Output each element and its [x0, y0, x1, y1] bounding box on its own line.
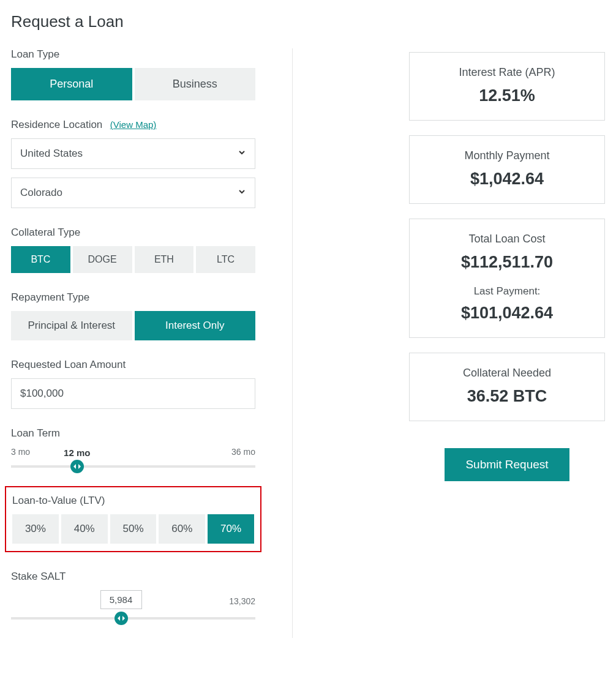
collateral-type-label: Collateral Type: [11, 227, 255, 239]
ltv-highlight-box: Loan-to-Value (LTV) 30% 40% 50% 60% 70%: [5, 486, 261, 552]
submit-request-button[interactable]: Submit Request: [445, 448, 569, 481]
stake-input[interactable]: [100, 590, 142, 609]
state-select[interactable]: Colorado: [11, 178, 255, 208]
interest-rate-card: Interest Rate (APR) 12.51%: [409, 52, 605, 121]
repayment-pi[interactable]: Principal & Interest: [11, 311, 132, 340]
ltv-60[interactable]: 60%: [159, 514, 205, 544]
collateral-ltc[interactable]: LTC: [196, 246, 255, 273]
total-cost-label: Total Loan Cost: [422, 233, 592, 245]
requested-amount-label: Requested Loan Amount: [11, 359, 255, 371]
ltv-30[interactable]: 30%: [12, 514, 59, 544]
loan-type-personal[interactable]: Personal: [11, 68, 132, 100]
collateral-btc[interactable]: BTC: [11, 246, 70, 273]
collateral-needed-card: Collateral Needed 36.52 BTC: [409, 353, 605, 421]
loan-term-handle[interactable]: [70, 460, 84, 473]
collateral-type-toggle: BTC DOGE ETH LTC: [11, 246, 255, 273]
last-payment-value: $101,042.64: [422, 304, 592, 323]
collateral-eth[interactable]: ETH: [135, 246, 194, 273]
ltv-50[interactable]: 50%: [110, 514, 157, 544]
total-cost-value: $112,511.70: [422, 253, 592, 272]
stake-handle[interactable]: [115, 612, 128, 625]
last-payment-label: Last Payment:: [422, 285, 592, 298]
loan-term-max: 36 mo: [231, 447, 255, 457]
collateral-needed-label: Collateral Needed: [422, 367, 592, 380]
collateral-needed-value: 36.52 BTC: [422, 387, 592, 406]
ltv-70[interactable]: 70%: [208, 514, 254, 544]
stake-max: 13,302: [229, 596, 255, 606]
interest-rate-value: 12.51%: [422, 86, 592, 105]
monthly-payment-card: Monthly Payment $1,042.64: [409, 135, 605, 204]
collateral-doge[interactable]: DOGE: [73, 246, 132, 273]
repayment-type-label: Repayment Type: [11, 291, 255, 304]
loan-type-label: Loan Type: [11, 48, 255, 61]
stake-label: Stake SALT: [11, 571, 255, 583]
ltv-label: Loan-to-Value (LTV): [12, 495, 254, 507]
loan-term-slider[interactable]: [11, 465, 255, 468]
interest-rate-label: Interest Rate (APR): [422, 66, 592, 79]
loan-term-current: 12 mo: [64, 448, 90, 458]
residence-label: Residence Location: [11, 119, 102, 130]
country-select[interactable]: United States: [11, 138, 255, 169]
repayment-io[interactable]: Interest Only: [135, 311, 256, 340]
page-title: Request a Loan: [11, 12, 605, 31]
view-map-link[interactable]: (View Map): [110, 119, 157, 130]
ltv-toggle: 30% 40% 50% 60% 70%: [12, 514, 254, 544]
loan-type-business[interactable]: Business: [135, 68, 256, 100]
ltv-40[interactable]: 40%: [61, 514, 108, 544]
repayment-type-toggle: Principal & Interest Interest Only: [11, 311, 255, 340]
loan-term-label: Loan Term: [11, 427, 255, 440]
requested-amount-input[interactable]: [11, 378, 255, 409]
stake-slider[interactable]: [11, 617, 255, 620]
monthly-payment-label: Monthly Payment: [422, 149, 592, 162]
loan-type-toggle: Personal Business: [11, 68, 255, 100]
loan-term-min: 3 mo: [11, 447, 30, 457]
total-cost-card: Total Loan Cost $112,511.70 Last Payment…: [409, 219, 605, 338]
monthly-payment-value: $1,042.64: [422, 170, 592, 189]
